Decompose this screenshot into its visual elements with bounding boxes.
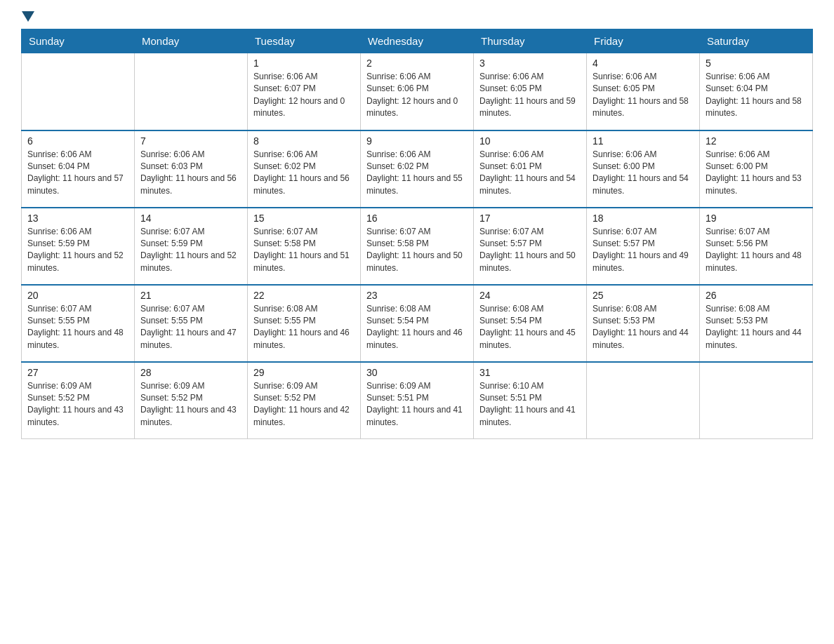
day-info: Sunrise: 6:09 AMSunset: 5:52 PMDaylight:… bbox=[140, 380, 241, 429]
day-number: 11 bbox=[593, 135, 694, 147]
calendar-cell: 2Sunrise: 6:06 AMSunset: 6:06 PMDaylight… bbox=[361, 53, 474, 130]
calendar-cell: 10Sunrise: 6:06 AMSunset: 6:01 PMDayligh… bbox=[474, 130, 587, 208]
calendar-cell: 13Sunrise: 6:06 AMSunset: 5:59 PMDayligh… bbox=[22, 208, 135, 285]
day-number: 25 bbox=[593, 290, 694, 301]
calendar-cell: 9Sunrise: 6:06 AMSunset: 6:02 PMDaylight… bbox=[361, 130, 474, 208]
day-number: 30 bbox=[366, 367, 468, 378]
calendar-cell: 24Sunrise: 6:08 AMSunset: 5:54 PMDayligh… bbox=[474, 285, 587, 362]
day-number: 3 bbox=[479, 58, 581, 69]
day-number: 20 bbox=[27, 290, 128, 301]
day-info: Sunrise: 6:09 AMSunset: 5:51 PMDaylight:… bbox=[366, 380, 468, 429]
day-info: Sunrise: 6:06 AMSunset: 5:59 PMDaylight:… bbox=[27, 226, 128, 275]
calendar-cell bbox=[700, 362, 813, 439]
day-info: Sunrise: 6:09 AMSunset: 5:52 PMDaylight:… bbox=[253, 380, 355, 429]
calendar-cell: 11Sunrise: 6:06 AMSunset: 6:00 PMDayligh… bbox=[587, 130, 700, 208]
calendar-cell: 27Sunrise: 6:09 AMSunset: 5:52 PMDayligh… bbox=[22, 362, 135, 439]
day-number: 8 bbox=[253, 135, 355, 147]
page-header bbox=[21, 14, 813, 22]
col-header-sunday: Sunday bbox=[22, 29, 135, 53]
calendar-cell: 17Sunrise: 6:07 AMSunset: 5:57 PMDayligh… bbox=[474, 208, 587, 285]
calendar-cell: 21Sunrise: 6:07 AMSunset: 5:55 PMDayligh… bbox=[135, 285, 248, 362]
day-info: Sunrise: 6:08 AMSunset: 5:53 PMDaylight:… bbox=[593, 303, 694, 352]
day-number: 6 bbox=[27, 135, 128, 147]
calendar-cell: 26Sunrise: 6:08 AMSunset: 5:53 PMDayligh… bbox=[700, 285, 813, 362]
calendar-cell: 6Sunrise: 6:06 AMSunset: 6:04 PMDaylight… bbox=[22, 130, 135, 208]
day-info: Sunrise: 6:10 AMSunset: 5:51 PMDaylight:… bbox=[479, 380, 581, 429]
day-number: 1 bbox=[253, 58, 355, 69]
calendar-cell: 8Sunrise: 6:06 AMSunset: 6:02 PMDaylight… bbox=[248, 130, 361, 208]
week-row-1: 1Sunrise: 6:06 AMSunset: 6:07 PMDaylight… bbox=[22, 53, 813, 130]
day-number: 21 bbox=[140, 290, 241, 301]
day-info: Sunrise: 6:07 AMSunset: 5:55 PMDaylight:… bbox=[27, 303, 128, 352]
logo bbox=[21, 14, 34, 22]
day-number: 28 bbox=[140, 367, 241, 378]
calendar-cell: 1Sunrise: 6:06 AMSunset: 6:07 PMDaylight… bbox=[248, 53, 361, 130]
calendar-cell: 31Sunrise: 6:10 AMSunset: 5:51 PMDayligh… bbox=[474, 362, 587, 439]
calendar-table: SundayMondayTuesdayWednesdayThursdayFrid… bbox=[21, 29, 813, 439]
day-info: Sunrise: 6:06 AMSunset: 6:02 PMDaylight:… bbox=[366, 149, 468, 198]
day-info: Sunrise: 6:08 AMSunset: 5:53 PMDaylight:… bbox=[706, 303, 807, 352]
week-row-3: 13Sunrise: 6:06 AMSunset: 5:59 PMDayligh… bbox=[22, 208, 813, 285]
day-info: Sunrise: 6:07 AMSunset: 5:58 PMDaylight:… bbox=[366, 226, 468, 275]
day-number: 31 bbox=[479, 367, 581, 378]
day-number: 4 bbox=[593, 58, 694, 69]
day-info: Sunrise: 6:06 AMSunset: 6:00 PMDaylight:… bbox=[706, 149, 807, 198]
logo-triangle-icon bbox=[22, 11, 34, 22]
day-info: Sunrise: 6:06 AMSunset: 6:05 PMDaylight:… bbox=[479, 71, 581, 120]
col-header-wednesday: Wednesday bbox=[361, 29, 474, 53]
day-info: Sunrise: 6:08 AMSunset: 5:55 PMDaylight:… bbox=[253, 303, 355, 352]
col-header-tuesday: Tuesday bbox=[248, 29, 361, 53]
col-header-monday: Monday bbox=[135, 29, 248, 53]
day-number: 29 bbox=[253, 367, 355, 378]
calendar-cell: 29Sunrise: 6:09 AMSunset: 5:52 PMDayligh… bbox=[248, 362, 361, 439]
calendar-cell: 15Sunrise: 6:07 AMSunset: 5:58 PMDayligh… bbox=[248, 208, 361, 285]
calendar-cell bbox=[587, 362, 700, 439]
day-info: Sunrise: 6:09 AMSunset: 5:52 PMDaylight:… bbox=[27, 380, 128, 429]
calendar-cell: 12Sunrise: 6:06 AMSunset: 6:00 PMDayligh… bbox=[700, 130, 813, 208]
day-number: 13 bbox=[27, 213, 128, 224]
day-number: 17 bbox=[479, 213, 581, 224]
calendar-cell: 4Sunrise: 6:06 AMSunset: 6:05 PMDaylight… bbox=[587, 53, 700, 130]
calendar-cell: 30Sunrise: 6:09 AMSunset: 5:51 PMDayligh… bbox=[361, 362, 474, 439]
day-number: 23 bbox=[366, 290, 468, 301]
day-info: Sunrise: 6:07 AMSunset: 5:59 PMDaylight:… bbox=[140, 226, 241, 275]
day-info: Sunrise: 6:07 AMSunset: 5:58 PMDaylight:… bbox=[253, 226, 355, 275]
day-number: 2 bbox=[366, 58, 468, 69]
day-info: Sunrise: 6:07 AMSunset: 5:57 PMDaylight:… bbox=[479, 226, 581, 275]
day-info: Sunrise: 6:07 AMSunset: 5:57 PMDaylight:… bbox=[593, 226, 694, 275]
col-header-friday: Friday bbox=[587, 29, 700, 53]
calendar-cell: 20Sunrise: 6:07 AMSunset: 5:55 PMDayligh… bbox=[22, 285, 135, 362]
week-row-2: 6Sunrise: 6:06 AMSunset: 6:04 PMDaylight… bbox=[22, 130, 813, 208]
day-number: 18 bbox=[593, 213, 694, 224]
week-row-4: 20Sunrise: 6:07 AMSunset: 5:55 PMDayligh… bbox=[22, 285, 813, 362]
calendar-cell: 14Sunrise: 6:07 AMSunset: 5:59 PMDayligh… bbox=[135, 208, 248, 285]
day-number: 19 bbox=[706, 213, 807, 224]
day-number: 10 bbox=[479, 135, 581, 147]
day-number: 16 bbox=[366, 213, 468, 224]
day-number: 5 bbox=[706, 58, 807, 69]
calendar-cell: 28Sunrise: 6:09 AMSunset: 5:52 PMDayligh… bbox=[135, 362, 248, 439]
day-number: 24 bbox=[479, 290, 581, 301]
day-number: 9 bbox=[366, 135, 468, 147]
calendar-cell bbox=[135, 53, 248, 130]
week-row-5: 27Sunrise: 6:09 AMSunset: 5:52 PMDayligh… bbox=[22, 362, 813, 439]
calendar-cell: 18Sunrise: 6:07 AMSunset: 5:57 PMDayligh… bbox=[587, 208, 700, 285]
day-info: Sunrise: 6:06 AMSunset: 6:06 PMDaylight:… bbox=[366, 71, 468, 120]
calendar-cell: 16Sunrise: 6:07 AMSunset: 5:58 PMDayligh… bbox=[361, 208, 474, 285]
day-number: 7 bbox=[140, 135, 241, 147]
col-header-saturday: Saturday bbox=[700, 29, 813, 53]
day-info: Sunrise: 6:07 AMSunset: 5:55 PMDaylight:… bbox=[140, 303, 241, 352]
calendar-cell: 19Sunrise: 6:07 AMSunset: 5:56 PMDayligh… bbox=[700, 208, 813, 285]
day-info: Sunrise: 6:08 AMSunset: 5:54 PMDaylight:… bbox=[479, 303, 581, 352]
day-info: Sunrise: 6:06 AMSunset: 6:07 PMDaylight:… bbox=[253, 71, 355, 120]
day-number: 26 bbox=[706, 290, 807, 301]
day-info: Sunrise: 6:06 AMSunset: 6:03 PMDaylight:… bbox=[140, 149, 241, 198]
calendar-cell: 3Sunrise: 6:06 AMSunset: 6:05 PMDaylight… bbox=[474, 53, 587, 130]
day-number: 12 bbox=[706, 135, 807, 147]
day-info: Sunrise: 6:07 AMSunset: 5:56 PMDaylight:… bbox=[706, 226, 807, 275]
calendar-cell: 25Sunrise: 6:08 AMSunset: 5:53 PMDayligh… bbox=[587, 285, 700, 362]
day-info: Sunrise: 6:06 AMSunset: 6:04 PMDaylight:… bbox=[706, 71, 807, 120]
day-info: Sunrise: 6:06 AMSunset: 6:02 PMDaylight:… bbox=[253, 149, 355, 198]
calendar-cell: 23Sunrise: 6:08 AMSunset: 5:54 PMDayligh… bbox=[361, 285, 474, 362]
calendar-cell: 22Sunrise: 6:08 AMSunset: 5:55 PMDayligh… bbox=[248, 285, 361, 362]
